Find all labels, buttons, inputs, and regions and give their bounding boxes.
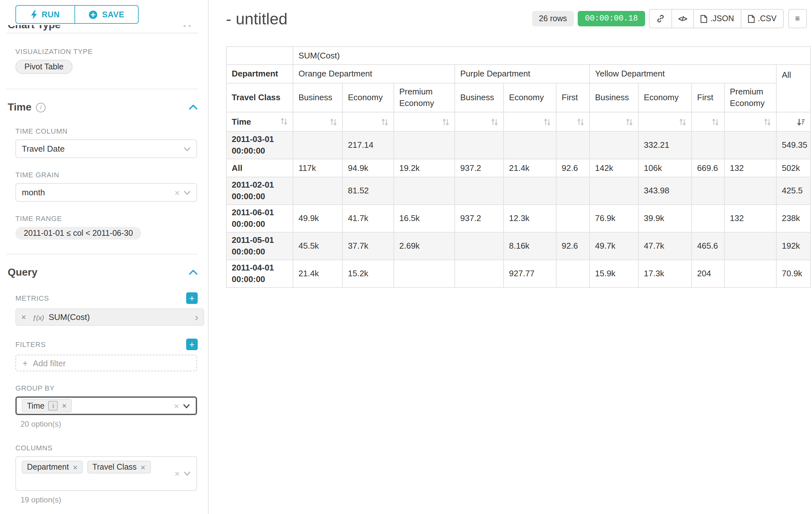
pivot-table: SUM(Cost)DepartmentOrange DepartmentPurp… bbox=[226, 46, 811, 288]
group-by-select[interactable]: Time i × × bbox=[16, 397, 197, 415]
value-cell: 142k bbox=[589, 159, 638, 177]
column-header-cell: First bbox=[556, 83, 589, 112]
columns-chip[interactable]: Travel Class × bbox=[87, 461, 150, 474]
sort-header-cell[interactable] bbox=[394, 112, 455, 131]
time-grain-select[interactable]: month × bbox=[16, 183, 197, 202]
time-range-pill[interactable]: 2011-01-01 ≤ col < 2011-06-30 bbox=[16, 227, 141, 240]
add-filter-button[interactable]: + bbox=[186, 339, 198, 350]
travel-class-header-row: Travel ClassBusinessEconomyPremium Econo… bbox=[226, 83, 810, 112]
value-cell: 192k bbox=[776, 232, 810, 260]
value-cell bbox=[455, 232, 503, 260]
export-json-button[interactable]: .JSON bbox=[693, 9, 741, 28]
sort-header-cell[interactable] bbox=[724, 112, 776, 131]
remove-metric-icon[interactable]: × bbox=[21, 313, 26, 321]
value-cell bbox=[724, 131, 776, 159]
clear-icon[interactable]: × bbox=[175, 187, 180, 197]
query-section-header[interactable]: Query bbox=[8, 265, 198, 279]
sort-toggle-icon[interactable] bbox=[712, 118, 719, 126]
chart-title[interactable]: - untitled bbox=[226, 7, 288, 30]
chevron-down-icon[interactable] bbox=[183, 146, 191, 151]
sort-header-cell[interactable] bbox=[692, 112, 724, 131]
save-button[interactable]: SAVE bbox=[75, 5, 139, 24]
sort-header-cell[interactable] bbox=[589, 112, 638, 131]
chevron-down-icon[interactable] bbox=[183, 471, 191, 476]
time-section-title: Time bbox=[8, 102, 31, 113]
add-filter-dropzone[interactable]: + Add filter bbox=[16, 355, 197, 371]
sort-header-cell[interactable] bbox=[638, 112, 692, 131]
value-cell: 927.77 bbox=[503, 260, 556, 288]
value-cell: 70.9k bbox=[776, 260, 810, 288]
value-cell: 17.3k bbox=[638, 260, 692, 288]
chart-type-heading: Chart Type bbox=[8, 25, 198, 31]
function-icon: ƒ(x) bbox=[32, 313, 44, 321]
chevron-up-icon[interactable] bbox=[189, 270, 198, 275]
value-cell bbox=[724, 177, 776, 205]
clear-icon[interactable]: × bbox=[175, 468, 180, 479]
sort-header-cell[interactable] bbox=[503, 112, 556, 131]
remove-chip-icon[interactable]: × bbox=[141, 463, 145, 471]
run-button[interactable]: RUN bbox=[16, 5, 75, 24]
sort-toggle-icon[interactable] bbox=[577, 118, 584, 126]
file-icon bbox=[700, 15, 707, 23]
sort-toggle-icon[interactable] bbox=[442, 118, 449, 126]
sidebar-topbar: RUN SAVE Chart Type bbox=[0, 0, 208, 33]
clear-icon[interactable]: × bbox=[174, 401, 179, 411]
sort-header-cell[interactable] bbox=[343, 112, 394, 131]
columns-select[interactable]: Department × Travel Class × × bbox=[16, 456, 197, 491]
sort-header-cell[interactable] bbox=[556, 112, 589, 131]
table-row: 2011-04-01 00:00:0021.4k15.2k927.7715.9k… bbox=[226, 260, 810, 288]
save-button-label: SAVE bbox=[102, 10, 124, 19]
value-cell: 238k bbox=[776, 205, 810, 232]
sort-toggle-icon[interactable] bbox=[330, 118, 337, 126]
chevron-right-icon[interactable]: › bbox=[195, 312, 198, 322]
chevron-down-icon[interactable] bbox=[183, 190, 191, 195]
export-csv-button[interactable]: .CSV bbox=[741, 9, 783, 28]
share-link-button[interactable] bbox=[649, 9, 672, 28]
sort-header-cell[interactable] bbox=[455, 112, 503, 131]
value-cell: 49.7k bbox=[589, 232, 638, 260]
visualization-type-pill[interactable]: Pivot Table bbox=[16, 60, 72, 74]
value-cell bbox=[724, 260, 776, 288]
sort-toggle-icon[interactable] bbox=[679, 118, 686, 126]
chevron-up-icon[interactable] bbox=[189, 105, 198, 110]
remove-chip-icon[interactable]: × bbox=[73, 463, 78, 471]
sort-toggle-icon[interactable] bbox=[544, 118, 551, 126]
sort-header-cell[interactable] bbox=[293, 112, 343, 131]
row-label-cell: 2011-05-01 00:00:00 bbox=[226, 232, 293, 260]
columns-label: COLUMNS bbox=[16, 444, 208, 452]
column-header-cell: Business bbox=[589, 83, 638, 112]
sort-toggle-icon[interactable] bbox=[764, 118, 771, 126]
add-metric-button[interactable]: + bbox=[186, 292, 198, 304]
group-by-chip[interactable]: Time i × bbox=[22, 399, 72, 412]
time-section-header[interactable]: Time i bbox=[8, 100, 198, 114]
value-cell bbox=[455, 177, 503, 205]
value-cell bbox=[589, 131, 638, 159]
time-column-select[interactable]: Travel Date bbox=[16, 139, 197, 158]
value-cell: 92.6 bbox=[556, 232, 589, 260]
value-cell: 21.4k bbox=[503, 159, 556, 177]
row-label-cell: All bbox=[226, 159, 293, 177]
value-cell: 12.3k bbox=[503, 205, 556, 232]
sort-descending-icon[interactable] bbox=[796, 118, 805, 126]
sort-toggle-icon[interactable] bbox=[626, 118, 633, 126]
chevron-down-icon[interactable] bbox=[183, 404, 190, 408]
department-header-row: DepartmentOrange DepartmentPurple Depart… bbox=[226, 64, 810, 83]
value-cell: 41.7k bbox=[343, 205, 394, 232]
embed-code-button[interactable]: </> bbox=[671, 9, 694, 28]
menu-icon: ≡ bbox=[795, 14, 800, 23]
metric-item[interactable]: × ƒ(x) SUM(Cost) › bbox=[16, 308, 204, 326]
all-column-header-cell: All bbox=[776, 64, 810, 112]
sort-toggle-icon[interactable] bbox=[281, 118, 288, 126]
more-options-button[interactable]: ≡ bbox=[788, 9, 807, 28]
code-icon: </> bbox=[678, 15, 687, 23]
remove-chip-icon[interactable]: × bbox=[62, 402, 67, 410]
sort-header-cell[interactable] bbox=[776, 112, 810, 131]
value-cell bbox=[394, 177, 455, 205]
sort-toggle-icon[interactable] bbox=[491, 118, 498, 126]
columns-chip[interactable]: Department × bbox=[22, 461, 83, 474]
row-label-cell: 2011-03-01 00:00:00 bbox=[226, 131, 293, 159]
sort-toggle-icon[interactable] bbox=[381, 118, 388, 126]
time-sort-header-cell[interactable]: Time bbox=[226, 112, 293, 131]
value-cell: 19.2k bbox=[394, 159, 455, 177]
value-cell: 132 bbox=[724, 205, 776, 232]
